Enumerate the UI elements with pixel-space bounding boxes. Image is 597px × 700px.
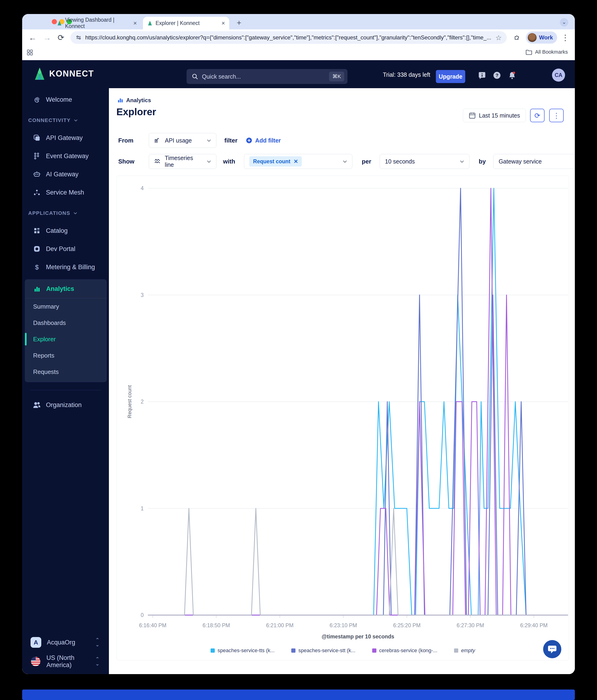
new-tab-button[interactable]: + <box>237 18 241 27</box>
sidebar-item-event-gateway[interactable]: Event Gateway <box>22 147 109 165</box>
sidebar-item-explorer[interactable]: Explorer <box>25 331 106 347</box>
extensions-icon[interactable] <box>514 34 521 41</box>
all-bookmarks-label: All Bookmarks <box>535 49 568 55</box>
back-button[interactable]: ← <box>29 33 36 42</box>
x-axis-title: @timestamp per 10 seconds <box>321 633 394 640</box>
show-label: Show <box>118 158 134 165</box>
help-icon[interactable]: ? <box>493 71 501 80</box>
browser-toolbar: ← → ⟳ https://cloud.konghq.com/us/analyt… <box>22 29 575 46</box>
legend-swatch <box>372 648 377 653</box>
user-avatar[interactable]: CA <box>552 69 565 82</box>
tab-close-icon[interactable]: × <box>222 20 225 27</box>
sidebar-section-header[interactable]: CONNECTIVITY <box>22 112 109 129</box>
per-select[interactable]: 10 seconds <box>380 154 469 169</box>
url-bar[interactable]: https://cloud.konghq.com/us/analytics/ex… <box>71 31 507 44</box>
sidebar-item-label: Organization <box>46 401 82 409</box>
sidebar-item-reports[interactable]: Reports <box>25 347 106 364</box>
svg-text:$: $ <box>35 264 39 271</box>
tab-close-icon[interactable]: × <box>133 20 137 27</box>
url-text[interactable]: https://cloud.konghq.com/us/analytics/ex… <box>85 34 492 41</box>
show-value: Timeseries line <box>165 155 203 168</box>
tab-viewing-dashboard[interactable]: Viewing Dashboard | Konnect × <box>52 17 141 29</box>
all-bookmarks-button[interactable]: All Bookmarks <box>526 49 568 55</box>
series-empty[interactable] <box>148 508 568 615</box>
by-value: Gateway service <box>499 158 542 165</box>
chart-legend: speaches-service-tts (k...speaches-servi… <box>117 648 569 654</box>
chevron-down-icon <box>74 119 78 122</box>
apps-grid-icon[interactable] <box>26 49 33 56</box>
notifications-bell-icon[interactable] <box>508 71 517 80</box>
sidebar-item-label: API Gateway <box>46 134 83 142</box>
sidebar-item-service-mesh[interactable]: Service Mesh <box>22 183 109 202</box>
chevron-down-icon <box>460 160 464 163</box>
metrics-select[interactable]: Request count ✕ <box>244 154 353 169</box>
add-filter-button[interactable]: Add filter <box>246 137 281 144</box>
sidebar-item-catalog[interactable]: Catalog <box>22 222 109 240</box>
browser-profile-chip[interactable]: Work <box>526 31 557 44</box>
query-row-show: Show Timeseries line with Request count … <box>118 154 575 169</box>
bookmark-star-icon[interactable]: ☆ <box>496 33 502 42</box>
konnect-favicon <box>147 20 153 26</box>
dev-portal-icon <box>33 245 41 252</box>
from-label: From <box>118 137 133 144</box>
upgrade-button[interactable]: Upgrade <box>436 70 465 83</box>
x-tick-label: 6:23:10 PM <box>330 622 357 628</box>
forward-button[interactable]: → <box>43 33 51 42</box>
filter-label: filter <box>224 137 237 144</box>
legend-label: cerebras-service (kong-... <box>379 648 437 654</box>
feedback-icon[interactable] <box>478 71 486 79</box>
legend-item[interactable]: speaches-service-stt (k... <box>291 648 356 654</box>
sidebar-item-analytics[interactable]: Analytics <box>25 280 106 298</box>
x-tick-label: 6:21:00 PM <box>266 622 293 628</box>
metric-pill-label: Request count <box>253 158 290 165</box>
tab-search-button[interactable]: ⌄ <box>560 18 568 27</box>
legend-item[interactable]: empty <box>454 648 475 654</box>
sidebar-item-welcome[interactable]: Welcome <box>22 91 109 109</box>
tab-explorer[interactable]: Explorer | Konnect × <box>143 17 229 29</box>
legend-label: speaches-service-tts (k... <box>217 648 275 654</box>
legend-item[interactable]: cerebras-service (kong-... <box>372 648 437 654</box>
reload-button[interactable]: ⟳ <box>58 33 64 42</box>
org-switcher[interactable]: A AcquaOrg ⌃⌄ <box>22 633 109 652</box>
from-select[interactable]: API usage <box>149 133 216 148</box>
metric-pill[interactable]: Request count ✕ <box>249 156 302 167</box>
sidebar-sections: CONNECTIVITYAPI GatewayEvent GatewayAI G… <box>22 112 109 276</box>
sidebar-item-api-gateway[interactable]: API Gateway <box>22 129 109 147</box>
remove-metric-icon[interactable]: ✕ <box>293 158 298 165</box>
sidebar-item-requests[interactable]: Requests <box>25 364 106 380</box>
sidebar-item-summary[interactable]: Summary <box>25 298 106 315</box>
organization-people-icon <box>33 401 41 408</box>
more-options-kebab-button[interactable]: ⋮ <box>549 109 564 122</box>
show-select[interactable]: Timeseries line <box>149 154 216 169</box>
refresh-button[interactable]: ⟳ <box>530 109 545 122</box>
service-mesh-icon <box>33 189 41 196</box>
y-tick-label: 3 <box>140 292 144 298</box>
query-row-from: From API usage filter Add filter <box>118 133 281 148</box>
time-range-label: Last 15 minutes <box>479 112 520 119</box>
sidebar-item-ai-gateway[interactable]: AI Gateway <box>22 165 109 183</box>
breadcrumb[interactable]: Analytics <box>117 97 151 104</box>
x-tick-label: 6:29:40 PM <box>520 622 548 628</box>
region-switcher[interactable]: US (North America) ⌃⌄ <box>22 652 109 671</box>
browser-menu-kebab-icon[interactable]: ⋮ <box>561 33 569 42</box>
y-tick-label: 1 <box>140 505 144 511</box>
quick-search-input[interactable]: Quick search... ⌘K <box>186 69 347 84</box>
tab-title: Viewing Dashboard | Konnect <box>65 17 131 29</box>
site-settings-icon[interactable] <box>76 34 82 41</box>
chat-fab-button[interactable] <box>543 640 561 658</box>
legend-item[interactable]: speaches-service-tts (k... <box>211 648 275 654</box>
sidebar-section-header[interactable]: APPLICATIONS <box>22 205 109 222</box>
sidebar-item-organization[interactable]: Organization <box>22 396 109 414</box>
sidebar-item-dashboards[interactable]: Dashboards <box>25 315 106 331</box>
timeseries-chart[interactable]: 01234Request count6:16:40 PM6:18:50 PM6:… <box>117 176 569 640</box>
time-range-button[interactable]: Last 15 minutes <box>463 109 526 122</box>
profile-avatar <box>528 33 537 42</box>
sidebar-item-label: Reports <box>33 352 54 359</box>
sidebar-item-metering-billing[interactable]: $Metering & Billing <box>22 258 109 276</box>
sidebar-divider <box>30 390 101 390</box>
tab-strip: Viewing Dashboard | Konnect × Explorer |… <box>22 14 575 29</box>
by-select[interactable]: Gateway service <box>493 154 575 169</box>
sidebar-item-dev-portal[interactable]: Dev Portal <box>22 240 109 258</box>
konnect-logo-icon <box>34 67 46 80</box>
konnect-logo[interactable]: KONNECT <box>34 67 94 80</box>
